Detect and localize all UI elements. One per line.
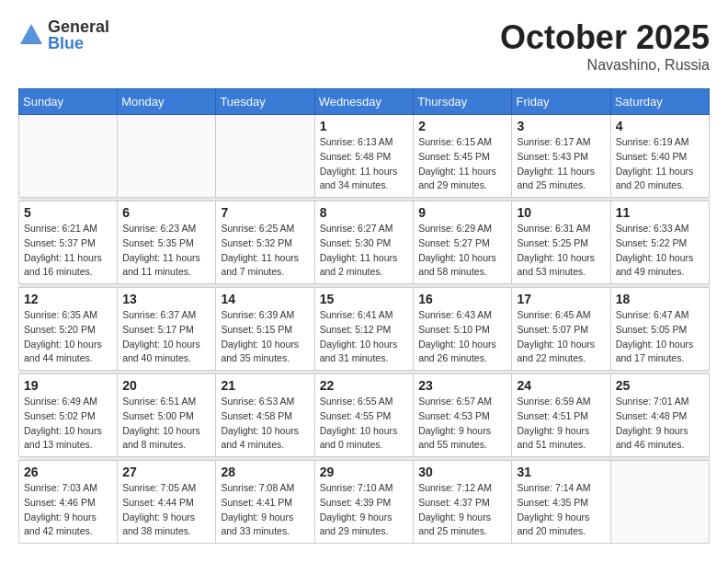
day-number: 15 (320, 292, 409, 306)
day-info: Sunrise: 6:59 AMSunset: 4:51 PMDaylight:… (517, 395, 605, 453)
day-info: Sunrise: 6:55 AMSunset: 4:55 PMDaylight:… (320, 395, 409, 453)
day-number: 17 (517, 292, 605, 306)
day-number: 4 (616, 119, 704, 133)
calendar-cell: 19Sunrise: 6:49 AMSunset: 5:02 PMDayligh… (19, 374, 118, 457)
day-number: 30 (418, 465, 506, 479)
week-row-2: 5Sunrise: 6:21 AMSunset: 5:37 PMDaylight… (19, 201, 710, 284)
weekday-header-monday: Monday (118, 89, 216, 115)
calendar-cell: 15Sunrise: 6:41 AMSunset: 5:12 PMDayligh… (314, 288, 414, 371)
week-row-5: 26Sunrise: 7:03 AMSunset: 4:46 PMDayligh… (19, 461, 710, 544)
calendar-cell: 5Sunrise: 6:21 AMSunset: 5:37 PMDaylight… (19, 201, 118, 284)
day-number: 5 (24, 205, 112, 220)
day-info: Sunrise: 6:15 AMSunset: 5:45 PMDaylight:… (418, 135, 506, 193)
day-info: Sunrise: 7:03 AMSunset: 4:46 PMDaylight:… (24, 481, 112, 539)
week-row-3: 12Sunrise: 6:35 AMSunset: 5:20 PMDayligh… (19, 288, 710, 371)
calendar-table: SundayMondayTuesdayWednesdayThursdayFrid… (18, 88, 710, 544)
day-number: 23 (418, 378, 506, 393)
calendar-cell: 27Sunrise: 7:05 AMSunset: 4:44 PMDayligh… (118, 461, 216, 544)
day-number: 9 (418, 205, 506, 220)
weekday-header-friday: Friday (512, 89, 610, 115)
day-number: 24 (517, 378, 605, 393)
calendar-cell: 4Sunrise: 6:19 AMSunset: 5:40 PMDaylight… (610, 115, 709, 198)
day-number: 8 (320, 205, 409, 220)
calendar-cell: 10Sunrise: 6:31 AMSunset: 5:25 PMDayligh… (512, 201, 610, 284)
day-info: Sunrise: 7:14 AMSunset: 4:35 PMDaylight:… (517, 481, 605, 539)
day-info: Sunrise: 6:51 AMSunset: 5:00 PMDaylight:… (122, 395, 210, 453)
weekday-header-sunday: Sunday (19, 89, 118, 115)
logo-text: General Blue (48, 18, 109, 52)
calendar-header-row: SundayMondayTuesdayWednesdayThursdayFrid… (19, 89, 710, 115)
calendar-cell: 21Sunrise: 6:53 AMSunset: 4:58 PMDayligh… (216, 374, 314, 457)
day-info: Sunrise: 7:12 AMSunset: 4:37 PMDaylight:… (418, 481, 506, 539)
calendar-cell: 22Sunrise: 6:55 AMSunset: 4:55 PMDayligh… (314, 374, 414, 457)
day-number: 26 (24, 465, 112, 479)
day-info: Sunrise: 6:53 AMSunset: 4:58 PMDaylight:… (221, 395, 309, 453)
title-block: October 2025 Navashino, Russia (500, 18, 710, 74)
calendar-cell (610, 461, 709, 544)
weekday-header-tuesday: Tuesday (216, 89, 314, 115)
calendar-cell: 12Sunrise: 6:35 AMSunset: 5:20 PMDayligh… (19, 288, 118, 371)
day-info: Sunrise: 6:21 AMSunset: 5:37 PMDaylight:… (24, 222, 112, 280)
day-info: Sunrise: 6:25 AMSunset: 5:32 PMDaylight:… (221, 222, 309, 280)
calendar-cell: 13Sunrise: 6:37 AMSunset: 5:17 PMDayligh… (118, 288, 216, 371)
day-number: 2 (418, 119, 506, 133)
calendar-cell: 14Sunrise: 6:39 AMSunset: 5:15 PMDayligh… (216, 288, 314, 371)
calendar-cell: 7Sunrise: 6:25 AMSunset: 5:32 PMDaylight… (216, 201, 314, 284)
calendar-cell: 20Sunrise: 6:51 AMSunset: 5:00 PMDayligh… (118, 374, 216, 457)
day-number: 28 (221, 465, 309, 479)
calendar-cell: 18Sunrise: 6:47 AMSunset: 5:05 PMDayligh… (610, 288, 709, 371)
day-info: Sunrise: 6:43 AMSunset: 5:10 PMDaylight:… (418, 308, 506, 366)
day-number: 10 (517, 205, 605, 220)
calendar-cell: 16Sunrise: 6:43 AMSunset: 5:10 PMDayligh… (414, 288, 512, 371)
day-info: Sunrise: 6:27 AMSunset: 5:30 PMDaylight:… (320, 222, 409, 280)
month-title: October 2025 (500, 18, 710, 57)
calendar-cell: 26Sunrise: 7:03 AMSunset: 4:46 PMDayligh… (19, 461, 118, 544)
day-number: 25 (616, 378, 704, 393)
day-number: 18 (616, 292, 704, 306)
calendar-cell: 8Sunrise: 6:27 AMSunset: 5:30 PMDaylight… (314, 201, 414, 284)
weekday-header-saturday: Saturday (610, 89, 709, 115)
week-row-1: 1Sunrise: 6:13 AMSunset: 5:48 PMDaylight… (19, 115, 710, 198)
day-info: Sunrise: 6:13 AMSunset: 5:48 PMDaylight:… (320, 135, 409, 193)
day-number: 31 (517, 465, 605, 479)
day-number: 27 (122, 465, 210, 479)
day-info: Sunrise: 6:45 AMSunset: 5:07 PMDaylight:… (517, 308, 605, 366)
day-info: Sunrise: 6:39 AMSunset: 5:15 PMDaylight:… (221, 308, 309, 366)
day-info: Sunrise: 6:19 AMSunset: 5:40 PMDaylight:… (616, 135, 704, 193)
calendar-cell: 17Sunrise: 6:45 AMSunset: 5:07 PMDayligh… (512, 288, 610, 371)
day-number: 7 (221, 205, 309, 220)
calendar-cell: 2Sunrise: 6:15 AMSunset: 5:45 PMDaylight… (414, 115, 512, 198)
day-number: 12 (24, 292, 112, 306)
calendar-cell (118, 115, 216, 198)
day-number: 13 (122, 292, 210, 306)
weekday-header-wednesday: Wednesday (314, 89, 414, 115)
day-info: Sunrise: 6:35 AMSunset: 5:20 PMDaylight:… (24, 308, 112, 366)
logo: General Blue (18, 18, 109, 52)
day-number: 21 (221, 378, 309, 393)
logo-icon (18, 22, 44, 48)
day-number: 3 (517, 119, 605, 133)
day-number: 14 (221, 292, 309, 306)
day-number: 20 (122, 378, 210, 393)
day-info: Sunrise: 6:41 AMSunset: 5:12 PMDaylight:… (320, 308, 409, 366)
calendar-cell: 29Sunrise: 7:10 AMSunset: 4:39 PMDayligh… (314, 461, 414, 544)
day-info: Sunrise: 6:23 AMSunset: 5:35 PMDaylight:… (122, 222, 210, 280)
logo-general-text: General (48, 18, 109, 35)
day-info: Sunrise: 7:05 AMSunset: 4:44 PMDaylight:… (122, 481, 210, 539)
day-info: Sunrise: 6:57 AMSunset: 4:53 PMDaylight:… (418, 395, 506, 453)
calendar-cell: 31Sunrise: 7:14 AMSunset: 4:35 PMDayligh… (512, 461, 610, 544)
day-number: 22 (320, 378, 409, 393)
day-info: Sunrise: 6:31 AMSunset: 5:25 PMDaylight:… (517, 222, 605, 280)
page-header: General Blue October 2025 Navashino, Rus… (18, 18, 710, 74)
calendar-cell: 24Sunrise: 6:59 AMSunset: 4:51 PMDayligh… (512, 374, 610, 457)
calendar-cell: 6Sunrise: 6:23 AMSunset: 5:35 PMDaylight… (118, 201, 216, 284)
day-number: 1 (320, 119, 409, 133)
calendar-cell: 23Sunrise: 6:57 AMSunset: 4:53 PMDayligh… (414, 374, 512, 457)
day-number: 16 (418, 292, 506, 306)
calendar-cell: 25Sunrise: 7:01 AMSunset: 4:48 PMDayligh… (610, 374, 709, 457)
logo-blue-text: Blue (48, 35, 109, 52)
calendar-cell: 30Sunrise: 7:12 AMSunset: 4:37 PMDayligh… (414, 461, 512, 544)
day-info: Sunrise: 6:37 AMSunset: 5:17 PMDaylight:… (122, 308, 210, 366)
day-info: Sunrise: 6:29 AMSunset: 5:27 PMDaylight:… (418, 222, 506, 280)
day-info: Sunrise: 6:47 AMSunset: 5:05 PMDaylight:… (616, 308, 704, 366)
